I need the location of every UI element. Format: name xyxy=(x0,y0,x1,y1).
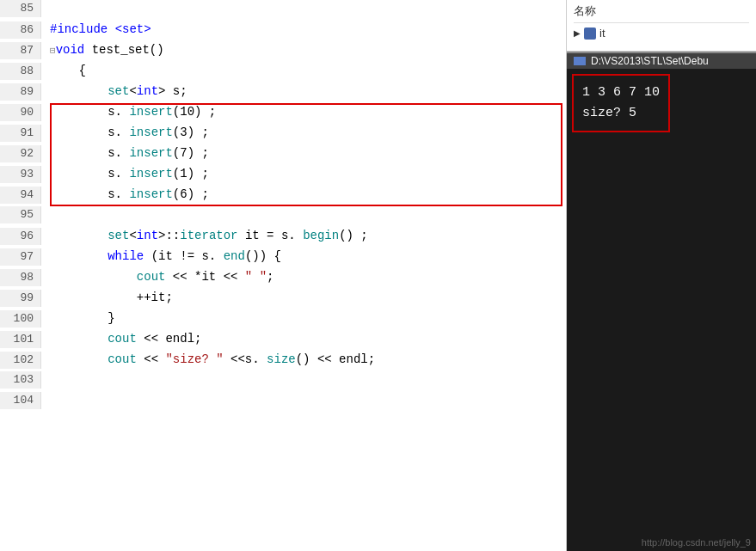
line-number: 95 xyxy=(0,206,41,223)
code-token: cout xyxy=(137,270,166,284)
watermark: http://blog.csdn.net/jelly_9 xyxy=(642,537,751,548)
line-content: cout << "size? " <<s. size() << endl; xyxy=(41,351,566,370)
line-content: set<int> s; xyxy=(41,83,566,101)
code-line: 103 xyxy=(0,371,566,392)
line-content: s. insert(6) ; xyxy=(41,186,566,205)
line-number: 99 xyxy=(0,290,41,307)
line-content: s. insert(10) ; xyxy=(41,103,566,122)
line-content: { xyxy=(41,62,566,81)
code-token: " " xyxy=(245,270,267,284)
line-number: 94 xyxy=(0,187,41,204)
code-token: >:: xyxy=(158,229,180,242)
line-number: 87 xyxy=(0,42,41,59)
line-number: 104 xyxy=(0,392,41,409)
console-panel: D:\VS2013\STL\Set\Debu 1 3 6 7 10 size? … xyxy=(567,52,756,551)
code-token xyxy=(50,332,108,346)
code-lines: 8586#include <set>87⊟void test_set()88 {… xyxy=(0,0,566,413)
code-token: ; xyxy=(267,270,274,284)
code-token: << *it << xyxy=(165,270,244,284)
line-content: s. insert(1) ; xyxy=(41,165,566,184)
code-token: (it != s. xyxy=(144,249,223,263)
code-token: while xyxy=(108,249,144,263)
line-content: cout << endl; xyxy=(41,330,566,349)
code-line: 94 s. insert(6) ; xyxy=(0,186,566,206)
line-number: 93 xyxy=(0,166,41,183)
line-number: 98 xyxy=(0,269,41,286)
code-line: 86#include <set> xyxy=(0,21,566,41)
line-content: set<int>::iterator it = s. begin() ; xyxy=(41,227,566,246)
code-token: s. xyxy=(50,187,129,201)
code-token: insert xyxy=(129,126,172,139)
right-panel: 名称 ▶ it D:\VS2013\STL\Set\Debu 1 3 6 7 1… xyxy=(567,0,756,551)
line-content: ⊟void test_set() xyxy=(41,41,566,60)
line-number: 91 xyxy=(0,125,41,142)
code-line: 104 xyxy=(0,392,566,413)
code-line: 91 s. insert(3) ; xyxy=(0,124,566,144)
line-content: cout << *it << " "; xyxy=(41,268,566,287)
code-token: <set> xyxy=(115,22,151,36)
code-token: > s; xyxy=(158,84,187,98)
code-token: s. xyxy=(50,167,129,181)
code-token: insert xyxy=(129,167,172,181)
code-line: 88 { xyxy=(0,62,566,83)
line-number: 85 xyxy=(0,0,41,17)
code-token: s. xyxy=(50,126,129,139)
code-token: begin xyxy=(303,229,339,242)
code-line: 92 s. insert(7) ; xyxy=(0,144,566,165)
code-token: (7) ; xyxy=(173,146,209,160)
console-line-2: size? 5 xyxy=(582,103,660,124)
code-token: size xyxy=(267,352,296,366)
line-number: 101 xyxy=(0,331,41,348)
code-token: it = s. xyxy=(238,229,304,242)
code-token: int xyxy=(137,84,158,98)
code-token: s. xyxy=(50,146,129,160)
code-token: <<s. xyxy=(224,352,267,366)
code-token: "size? " xyxy=(165,352,223,366)
watch-panel: 名称 ▶ it xyxy=(567,0,756,52)
code-token: (3) ; xyxy=(173,126,209,139)
line-content: s. insert(7) ; xyxy=(41,144,566,163)
code-line: 98 cout << *it << " "; xyxy=(0,268,566,289)
line-content: s. insert(3) ; xyxy=(41,124,566,143)
code-line: 90 s. insert(10) ; xyxy=(0,103,566,124)
line-content: } xyxy=(41,309,566,328)
code-token: (1) ; xyxy=(173,167,209,181)
code-token: void xyxy=(56,43,85,57)
line-number: 86 xyxy=(0,21,41,39)
code-token xyxy=(50,249,108,263)
console-title: D:\VS2013\STL\Set\Debu xyxy=(591,55,709,67)
code-token: set xyxy=(108,229,129,242)
line-number: 90 xyxy=(0,104,41,121)
code-line: 101 cout << endl; xyxy=(0,330,566,351)
code-line: 99 ++it; xyxy=(0,289,566,309)
code-token: end xyxy=(224,249,245,263)
line-content: ++it; xyxy=(41,289,566,308)
line-number: 96 xyxy=(0,228,41,245)
watch-item: ▶ it xyxy=(574,27,749,40)
watch-item-label: it xyxy=(599,27,605,40)
code-token xyxy=(50,352,108,366)
code-token: << endl; xyxy=(137,332,202,346)
code-token: test_set() xyxy=(84,43,163,57)
code-line: 87⊟void test_set() xyxy=(0,41,566,62)
code-token: insert xyxy=(129,146,172,160)
code-line: 100 } xyxy=(0,309,566,330)
console-line-1: 1 3 6 7 10 xyxy=(582,83,660,103)
code-line: 85 xyxy=(0,0,566,21)
line-number: 92 xyxy=(0,145,41,162)
code-token xyxy=(50,84,108,98)
code-line: 93 s. insert(1) ; xyxy=(0,165,566,186)
line-number: 100 xyxy=(0,310,41,328)
line-content: while (it != s. end()) { xyxy=(41,248,566,266)
code-token: } xyxy=(50,311,115,325)
code-editor: 8586#include <set>87⊟void test_set()88 {… xyxy=(0,0,567,551)
console-output: 1 3 6 7 10 size? 5 xyxy=(572,74,670,132)
main-container: 8586#include <set>87⊟void test_set()88 {… xyxy=(0,0,756,551)
code-token: set xyxy=(108,84,129,98)
code-token: (6) ; xyxy=(173,187,209,201)
code-line: 95 xyxy=(0,206,566,227)
expand-arrow-icon[interactable]: ▶ xyxy=(574,28,581,38)
code-line: 102 cout << "size? " <<s. size() << endl… xyxy=(0,351,566,371)
code-line: 96 set<int>::iterator it = s. begin() ; xyxy=(0,227,566,248)
code-token xyxy=(50,270,137,284)
